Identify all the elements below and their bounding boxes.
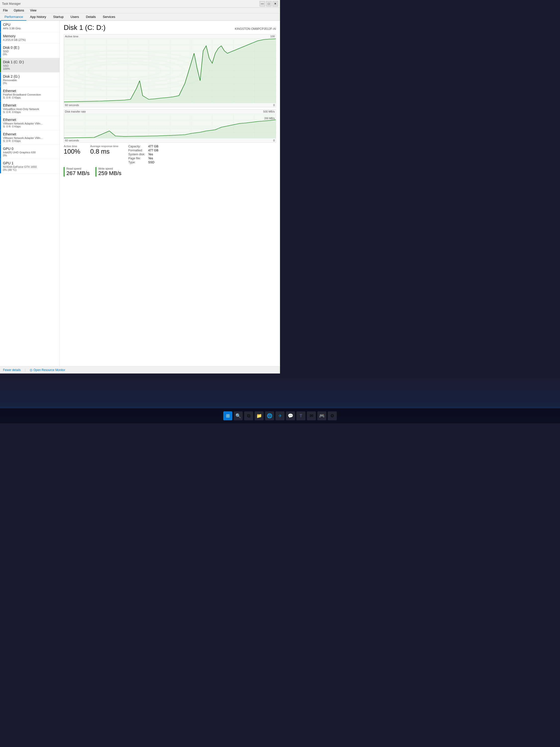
chart1-label-row: Active time 100 xyxy=(64,34,276,38)
open-resource-monitor-link[interactable]: ⊙ Open Resource Monitor xyxy=(30,368,65,372)
window-controls: — □ ✕ xyxy=(260,1,278,6)
sidebar-item-disk2[interactable]: Disk 2 (G:) Removable 0% xyxy=(0,73,59,87)
capacity-value: 477 GB xyxy=(148,145,158,148)
eth4-detail: VMware Network Adapter VMn... xyxy=(3,136,56,139)
sidebar-item-cpu[interactable]: CPU 44% 3.98 GHz xyxy=(0,21,59,32)
chart2-midlabel: 200 MB/s xyxy=(264,117,275,120)
taskbar-whatsapp[interactable]: 💬 xyxy=(286,411,295,420)
eth4-name: Ethernet xyxy=(3,132,56,136)
tab-users[interactable]: Users xyxy=(67,14,82,21)
disk0-accent xyxy=(0,44,1,58)
taskbar-mail[interactable]: ✉ xyxy=(307,411,316,420)
sidebar-item-ethernet3[interactable]: Ethernet VMware Network Adapter VMn... S… xyxy=(0,116,59,130)
tab-performance[interactable]: Performance xyxy=(1,14,26,21)
type-label: Type: xyxy=(128,161,145,164)
gpu1-pct: 0% (48 °C) xyxy=(3,168,56,171)
avg-response-label: Average response time xyxy=(90,145,118,148)
tab-services[interactable]: Services xyxy=(99,14,119,21)
tab-details[interactable]: Details xyxy=(82,14,99,21)
menu-file[interactable]: File xyxy=(2,8,9,13)
eth1-detail: PdaNet Broadband Connection xyxy=(3,93,56,96)
disk-title: Disk 1 (C: D:) xyxy=(64,24,106,32)
sidebar-item-disk0[interactable]: Disk 0 (E:) SSD 0% xyxy=(0,44,59,58)
disk0-pct: 0% xyxy=(3,53,56,56)
taskbar-start[interactable]: ⊞ xyxy=(223,411,232,420)
chart2-area xyxy=(64,113,276,138)
right-panel: Disk 1 (C: D:) KINGSTON OM8PCP3512F-AI A… xyxy=(60,21,280,366)
eth3-name: Ethernet xyxy=(3,118,56,122)
sidebar-item-memory[interactable]: Memory 4.2/15.8 GB (27%) xyxy=(0,32,59,44)
disk2-accent xyxy=(0,73,1,87)
eth4-speed: S: 0 R: 0 Kbps xyxy=(3,139,56,143)
page-file-label: Page file: xyxy=(128,157,145,160)
active-time-svg xyxy=(64,38,276,103)
details-grid: Capacity: 477 GB Formatted: 477 GB Syste… xyxy=(128,145,158,164)
maximize-button[interactable]: □ xyxy=(266,1,271,6)
menu-bar: File Options View xyxy=(0,8,280,14)
close-button[interactable]: ✕ xyxy=(272,1,278,6)
disk-model: KINGSTON OM8PCP3512F-AI xyxy=(235,27,276,31)
eth4-accent xyxy=(0,130,1,145)
chart2-label-row: Disk transfer rate 500 MB/s xyxy=(64,109,276,113)
menu-view[interactable]: View xyxy=(29,8,37,13)
eth1-accent xyxy=(0,87,1,101)
eth3-accent xyxy=(0,116,1,130)
taskbar-teams[interactable]: T xyxy=(296,411,305,420)
minimize-button[interactable]: — xyxy=(260,1,265,6)
memory-accent xyxy=(0,32,1,43)
sidebar-item-disk1[interactable]: Disk 1 (C: D:) SSD 100% xyxy=(0,58,59,73)
sidebar-item-gpu0[interactable]: GPU 0 Intel(R) UHD Graphics 630 0% xyxy=(0,145,59,159)
tabs-bar: Performance App history Startup Users De… xyxy=(0,14,280,21)
transfer-rate-chart: Disk transfer rate 500 MB/s xyxy=(64,109,276,143)
eth3-detail: VMware Network Adapter VMn... xyxy=(3,122,56,125)
taskbar-search[interactable]: 🔍 xyxy=(234,411,243,420)
eth2-accent xyxy=(0,101,1,115)
memory-detail: 4.2/15.8 GB (27%) xyxy=(3,38,56,41)
disk1-accent xyxy=(0,58,1,72)
gpu1-detail: NVIDIA GeForce GTX 1650 xyxy=(3,165,56,168)
chart1-time: 60 seconds xyxy=(65,104,79,107)
disk-title-row: Disk 1 (C: D:) KINGSTON OM8PCP3512F-AI xyxy=(64,24,276,32)
avg-response-value: 0.8 ms xyxy=(90,148,118,155)
taskbar-taskview[interactable]: ⧉ xyxy=(244,411,253,420)
footer-bar: Fewer details | ⊙ Open Resource Monitor xyxy=(0,366,280,374)
gpu0-pct: 0% xyxy=(3,154,56,157)
menu-options[interactable]: Options xyxy=(13,8,25,13)
taskbar-devtools[interactable]: ⚙ xyxy=(328,411,337,420)
gpu1-name: GPU 1 xyxy=(3,161,56,165)
taskmanager-window: Task Manager — □ ✕ File Options View Per… xyxy=(0,0,280,374)
desktop-area: ⊞ 🔍 ⧉ 📁 🌐 ✈ 💬 T ✉ 🎮 ⚙ xyxy=(0,374,560,423)
chart1-max: 100 xyxy=(270,35,275,38)
sidebar-item-ethernet2[interactable]: Ethernet VirtualBox Host-Only Network S:… xyxy=(0,101,59,116)
taskbar-edge[interactable]: 🌐 xyxy=(265,411,274,420)
read-speed-label: Read speed xyxy=(66,167,89,170)
taskbar-explorer[interactable]: 📁 xyxy=(255,411,264,420)
cpu-detail: 44% 3.98 GHz xyxy=(3,27,56,30)
chart2-label: Disk transfer rate xyxy=(65,110,86,113)
eth1-speed: S: 0 R: 0 Kbps xyxy=(3,96,56,99)
sidebar-item-ethernet4[interactable]: Ethernet VMware Network Adapter VMn... S… xyxy=(0,130,59,145)
avg-response-stat: Average response time 0.8 ms xyxy=(90,145,118,164)
taskbar: ⊞ 🔍 ⧉ 📁 🌐 ✈ 💬 T ✉ 🎮 ⚙ xyxy=(0,408,560,423)
active-time-label: Active time xyxy=(64,145,80,148)
bottom-stats: Active time 100% Average response time 0… xyxy=(64,145,276,164)
chart2-time: 60 seconds xyxy=(65,139,79,142)
sidebar-item-ethernet1[interactable]: Ethernet PdaNet Broadband Connection S: … xyxy=(0,87,59,101)
taskbar-xbox[interactable]: 🎮 xyxy=(317,411,326,420)
disk2-pct: 0% xyxy=(3,82,56,85)
fewer-details-link[interactable]: Fewer details xyxy=(3,368,21,372)
chart2-footer: 60 seconds 0 xyxy=(64,138,276,143)
write-speed-value: 259 MB/s xyxy=(98,170,122,177)
disk0-type: SSD xyxy=(3,50,56,53)
transfer-rate-svg xyxy=(64,113,276,138)
disk-details: Capacity: 477 GB Formatted: 477 GB Syste… xyxy=(128,145,158,164)
taskbar-telegram[interactable]: ✈ xyxy=(275,411,285,420)
formatted-label: Formatted: xyxy=(128,149,145,152)
tab-startup[interactable]: Startup xyxy=(50,14,67,21)
memory-name: Memory xyxy=(3,34,56,38)
eth2-name: Ethernet xyxy=(3,103,56,107)
sidebar-item-gpu1[interactable]: GPU 1 NVIDIA GeForce GTX 1650 0% (48 °C) xyxy=(0,159,59,174)
disk1-pct: 100% xyxy=(3,67,56,70)
tab-app-history[interactable]: App history xyxy=(26,14,50,21)
eth2-speed: S: 0 R: 0 Kbps xyxy=(3,110,56,113)
